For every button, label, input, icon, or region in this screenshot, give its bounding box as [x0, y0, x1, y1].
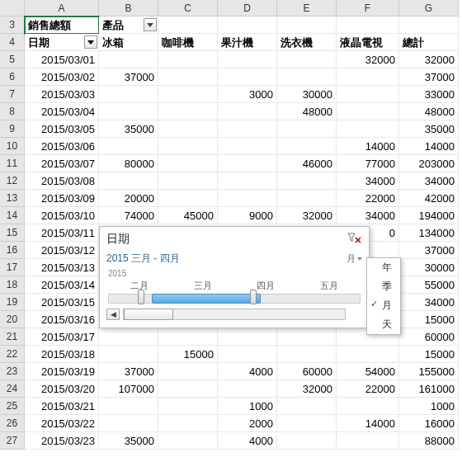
timeline-level-menu[interactable]: 年 季 月 天 — [366, 257, 401, 335]
value-cell[interactable] — [218, 51, 277, 68]
value-cell[interactable] — [158, 155, 218, 172]
value-cell[interactable] — [158, 363, 218, 380]
value-cell[interactable]: 34000 — [399, 172, 459, 190]
value-cell[interactable] — [337, 398, 399, 415]
value-cell[interactable] — [99, 86, 158, 103]
date-cell[interactable]: 2015/03/20 — [25, 380, 99, 398]
value-cell[interactable]: 32000 — [337, 51, 399, 68]
col-header-B[interactable]: B — [99, 0, 158, 16]
value-cell[interactable]: 20000 — [99, 190, 158, 207]
date-cell[interactable]: 2015/03/04 — [25, 103, 99, 120]
col-header-A[interactable]: A — [25, 0, 99, 16]
date-cell[interactable]: 2015/03/17 — [25, 328, 99, 346]
value-cell[interactable] — [277, 68, 337, 86]
value-cell[interactable] — [158, 172, 218, 190]
value-cell[interactable] — [158, 51, 218, 68]
value-cell[interactable]: 74000 — [99, 207, 158, 224]
row-header[interactable]: 22 — [0, 346, 25, 363]
value-cell[interactable]: 48000 — [399, 103, 459, 120]
corner-cell[interactable] — [0, 0, 25, 16]
clear-filter-button[interactable] — [347, 233, 362, 246]
date-cell[interactable]: 2015/03/03 — [25, 86, 99, 103]
date-cell[interactable]: 2015/03/14 — [25, 276, 99, 294]
value-cell[interactable]: 33000 — [399, 86, 459, 103]
value-cell[interactable] — [277, 346, 337, 363]
value-cell[interactable] — [218, 68, 277, 86]
timeline-selection[interactable] — [152, 294, 261, 304]
value-cell[interactable]: 37000 — [399, 242, 459, 259]
value-cell[interactable]: 34000 — [399, 294, 459, 311]
row-header[interactable]: 4 — [0, 34, 25, 51]
value-cell[interactable]: 2000 — [218, 415, 277, 432]
cell[interactable] — [277, 16, 337, 34]
value-cell[interactable]: 14000 — [337, 138, 399, 155]
timeline-scroll-left[interactable]: ◀ — [106, 309, 120, 320]
row-header[interactable]: 25 — [0, 398, 25, 415]
value-cell[interactable]: 60000 — [277, 363, 337, 380]
value-cell[interactable] — [99, 172, 158, 190]
value-cell[interactable] — [277, 432, 337, 450]
value-cell[interactable] — [277, 138, 337, 155]
value-cell[interactable]: 48000 — [277, 103, 337, 120]
value-cell[interactable] — [277, 120, 337, 138]
row-header[interactable]: 24 — [0, 380, 25, 398]
value-cell[interactable] — [337, 86, 399, 103]
row-header[interactable]: 10 — [0, 138, 25, 155]
value-cell[interactable]: 15000 — [399, 311, 459, 328]
date-cell[interactable]: 2015/03/02 — [25, 68, 99, 86]
value-cell[interactable] — [277, 190, 337, 207]
row-header[interactable]: 8 — [0, 103, 25, 120]
value-cell[interactable] — [218, 346, 277, 363]
value-cell[interactable]: 32000 — [399, 51, 459, 68]
product-col[interactable]: 冰箱 — [99, 34, 158, 51]
value-cell[interactable] — [158, 120, 218, 138]
value-cell[interactable]: 30000 — [277, 86, 337, 103]
level-option-year[interactable]: 年 — [367, 258, 400, 277]
value-cell[interactable] — [158, 68, 218, 86]
value-cell[interactable]: 4000 — [218, 432, 277, 450]
value-cell[interactable] — [337, 432, 399, 450]
row-header[interactable]: 12 — [0, 172, 25, 190]
date-cell[interactable]: 2015/03/19 — [25, 363, 99, 380]
value-cell[interactable]: 161000 — [399, 380, 459, 398]
date-cell[interactable]: 2015/03/16 — [25, 311, 99, 328]
product-col[interactable]: 洗衣機 — [277, 34, 337, 51]
value-cell[interactable]: 34000 — [337, 172, 399, 190]
value-cell[interactable]: 14000 — [399, 138, 459, 155]
value-cell[interactable]: 3000 — [218, 86, 277, 103]
value-cell[interactable]: 4000 — [218, 363, 277, 380]
value-cell[interactable] — [99, 103, 158, 120]
value-cell[interactable]: 35000 — [99, 432, 158, 450]
value-cell[interactable] — [277, 172, 337, 190]
value-cell[interactable] — [158, 328, 218, 346]
timeline-month[interactable]: 三月 — [194, 280, 212, 292]
cell[interactable] — [337, 16, 399, 34]
row-header[interactable]: 23 — [0, 363, 25, 380]
value-cell[interactable]: 37000 — [399, 68, 459, 86]
value-cell[interactable] — [277, 51, 337, 68]
value-cell[interactable]: 54000 — [337, 363, 399, 380]
value-cell[interactable]: 1000 — [399, 398, 459, 415]
date-cell[interactable]: 2015/03/11 — [25, 224, 99, 242]
level-option-day[interactable]: 天 — [367, 315, 400, 334]
pivot-sum-label-cell[interactable]: 銷售總額 — [25, 16, 99, 34]
value-cell[interactable]: 107000 — [99, 380, 158, 398]
value-cell[interactable] — [158, 415, 218, 432]
value-cell[interactable] — [158, 103, 218, 120]
row-header[interactable]: 13 — [0, 190, 25, 207]
row-header[interactable]: 18 — [0, 276, 25, 294]
col-header-F[interactable]: F — [337, 0, 399, 16]
value-cell[interactable] — [158, 138, 218, 155]
level-option-quarter[interactable]: 季 — [367, 277, 400, 296]
date-cell[interactable]: 2015/03/21 — [25, 398, 99, 415]
value-cell[interactable]: 1000 — [218, 398, 277, 415]
value-cell[interactable]: 77000 — [337, 155, 399, 172]
date-cell[interactable]: 2015/03/18 — [25, 346, 99, 363]
value-cell[interactable]: 32000 — [277, 207, 337, 224]
value-cell[interactable] — [277, 415, 337, 432]
row-header[interactable]: 6 — [0, 68, 25, 86]
cell[interactable] — [399, 16, 459, 34]
date-cell[interactable]: 2015/03/07 — [25, 155, 99, 172]
value-cell[interactable]: 194000 — [399, 207, 459, 224]
value-cell[interactable] — [218, 103, 277, 120]
